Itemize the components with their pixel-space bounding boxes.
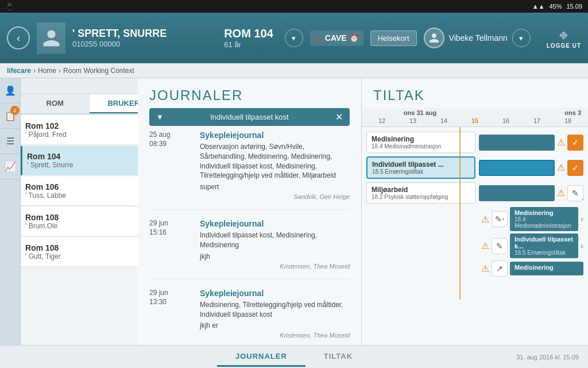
tiltak-row-miljoarbeid: Miljøarbeid 18.2 Psykisk støtte/oppfølgi…: [366, 182, 583, 204]
secondary-chevron-b: ›: [581, 241, 583, 251]
room-name-108b: Rom 108: [25, 243, 61, 252]
helsekort-button[interactable]: Helsekort: [370, 30, 417, 46]
secondary-alert-b: ⚠: [481, 240, 489, 251]
room-name-106: Rom 106: [25, 182, 66, 191]
journal-note-2: jkjh er: [200, 321, 350, 329]
room-name-104: Rom 104: [27, 152, 73, 161]
sidebar-wrapper: 👤 📋 2 ☰ 📈 ‹ ROM BRUKER: [0, 78, 138, 345]
user-icon: 👤: [5, 85, 16, 96]
breadcrumb: lifecare › Home › Room Working Context: [0, 63, 588, 78]
bottom-tabs: JOURNALER TILTAK 31. aug 2016 kl. 15.09: [0, 345, 588, 368]
journal-body-0: Observasjon avføring, Søvn/Hvile, Sårbeh…: [200, 142, 350, 181]
tab-tiltak[interactable]: TILTAK: [305, 347, 371, 367]
user-avatar: [424, 28, 444, 48]
sidebar-icon-strip: 👤 📋 2 ☰ 📈: [0, 78, 21, 345]
tiltak-sub-miljoarbeid: 18.2 Psykisk støtte/oppfølging: [372, 194, 470, 200]
journal-author-1: Kristensen, Thea Moseid: [200, 263, 350, 270]
journal-entry-1: 29 jun 15:16 Sykepleiejournal Individuel…: [149, 219, 350, 279]
room-info: ROM 104 61 år: [224, 27, 273, 49]
secondary-action-a[interactable]: ✎ +: [492, 211, 508, 227]
timeline-hour-15: 15: [459, 117, 490, 124]
timeline-hour-12: 12: [366, 117, 397, 124]
sidebar-icon-chart[interactable]: 📈: [0, 154, 21, 179]
room-patient-102: ' Påjord, Fred: [25, 131, 67, 139]
user-section: Vibeke Tellmann ▾: [424, 28, 531, 48]
tiltak-secondary-row-b: ⚠ ✎ Individuell tilpasset k... 18.5 Ernæ…: [481, 233, 583, 258]
logout-icon: ⎆: [560, 28, 567, 43]
secondary-action-c[interactable]: ↗: [492, 260, 508, 277]
back-button[interactable]: ‹: [7, 26, 30, 49]
filter-label: Individuell tilpasset kost: [210, 113, 289, 121]
breadcrumb-home[interactable]: Home: [38, 67, 56, 75]
battery-level: 45%: [549, 3, 562, 10]
filter-icon: ▼: [156, 113, 164, 121]
sidebar-icon-list[interactable]: ☰: [0, 129, 21, 154]
breadcrumb-sep2: ›: [59, 67, 61, 75]
tiltak-sub-medisinering: 18.4 Medisinadministrasjon: [372, 143, 470, 150]
patient-info: ' SPRETT, SNURRE 010255 00000: [72, 28, 217, 48]
secondary-sub-b: 18.5 Ernæringstiltak: [514, 250, 574, 256]
tab-rom[interactable]: ROM: [21, 94, 90, 113]
clock-icon: ⏰: [349, 33, 359, 43]
user-dropdown-button[interactable]: ▾: [512, 29, 531, 47]
sidebar-icon-user[interactable]: 👤: [0, 78, 21, 103]
tiltak-name-individuell: Individuell tilpasset ...: [372, 160, 470, 168]
timeline-hour-14: 14: [428, 117, 459, 124]
tasks-badge: 2: [10, 106, 20, 115]
list-icon: ☰: [6, 136, 14, 147]
tiltak-scroll: Medisinering 18.4 Medisinadministrasjon …: [362, 127, 588, 345]
sidebar-icon-tasks[interactable]: 📋 2: [0, 103, 21, 129]
wifi-icon: ▲▲: [532, 3, 545, 10]
patient-name: ' SPRETT, SNURRE: [72, 28, 217, 40]
cave-section: ⚠ CAVE ⏰: [310, 30, 363, 46]
filter-close-button[interactable]: ✕: [335, 112, 343, 122]
secondary-alert-a: ⚠: [481, 214, 489, 225]
patient-avatar: [37, 22, 65, 54]
secondary-sub-a: 18.4 Medisinadministrasjon: [514, 216, 574, 229]
medisinering-alert-icon: ⚠: [557, 137, 565, 148]
patient-id: 010255 00000: [72, 40, 217, 48]
individuell-action-button[interactable]: ✓: [567, 160, 583, 176]
miljoarbeid-action-button[interactable]: ✎ +: [567, 185, 583, 201]
journal-title-1: Sykepleiejournal: [200, 219, 350, 228]
logout-label: LOGGE UT: [547, 43, 581, 49]
secondary-name-c: Medisinering: [514, 264, 579, 271]
tiltak-secondary-row-c: ⚠ ↗ Medisinering: [481, 260, 583, 277]
timeline-hour-17: 17: [521, 117, 552, 124]
secondary-chevron-a: ›: [581, 214, 583, 224]
journal-time-2: 13:30: [149, 298, 195, 306]
secondary-action-b[interactable]: ✎: [492, 238, 508, 254]
breadcrumb-sep1: ›: [33, 67, 36, 75]
journal-author-2: Kristensen, Thea Moseid: [200, 332, 350, 339]
main-layout: 👤 📋 2 ☰ 📈 ‹ ROM BRUKER: [0, 78, 588, 345]
journal-time-1: 15:16: [149, 228, 195, 236]
breadcrumb-appname[interactable]: lifecare: [7, 67, 31, 75]
room-dropdown-button[interactable]: ▾: [285, 29, 303, 47]
journal-time-0: 08:39: [149, 140, 195, 148]
room-patient-108b: ' Gutt, Tiger: [25, 252, 61, 260]
journal-area: JOURNALER ▼ Individuell tilpasset kost ✕…: [138, 78, 362, 345]
timeline-next-date: ons 3: [474, 109, 583, 116]
secondary-name-a: Medisinering: [514, 209, 574, 216]
medisinering-action-button[interactable]: ✓: [567, 135, 583, 151]
tiltak-name-medisinering: Medisinering: [372, 135, 470, 143]
journal-title-2: Sykepleiejournal: [200, 289, 350, 298]
tiltak-name-miljoarbeid: Miljøarbeid: [372, 186, 470, 194]
secondary-alert-c: ⚠: [481, 263, 489, 274]
journal-date-2: 29 jun: [149, 289, 195, 297]
logout-section[interactable]: ⎆ LOGGE UT: [547, 28, 581, 49]
room-age: 61 år: [224, 40, 273, 49]
journal-note-1: jkjh: [200, 252, 350, 260]
room-patient-108a: ' Brum,Ole: [25, 222, 59, 230]
room-number: ROM 104: [224, 27, 273, 40]
individuell-alert-icon: ⚠: [557, 162, 565, 173]
tab-journaler[interactable]: JOURNALER: [217, 347, 305, 367]
journal-date-0: 25 aug: [149, 131, 195, 139]
journal-note-0: supert: [200, 183, 350, 191]
tiltak-area: TILTAK ons 31 aug ons 3 12 13 14 15 16 1…: [362, 78, 588, 345]
timeline-date-label: ons 31 aug: [366, 109, 474, 116]
filter-bar[interactable]: ▼ Individuell tilpasset kost ✕: [149, 108, 350, 126]
journal-body-2: Medisinering, Tilrettelegging/hjelp ved …: [200, 300, 350, 320]
clock-time: 15.09: [566, 3, 582, 10]
journal-body-1: Individuell tilpasset kost, Medisinering…: [200, 231, 350, 250]
